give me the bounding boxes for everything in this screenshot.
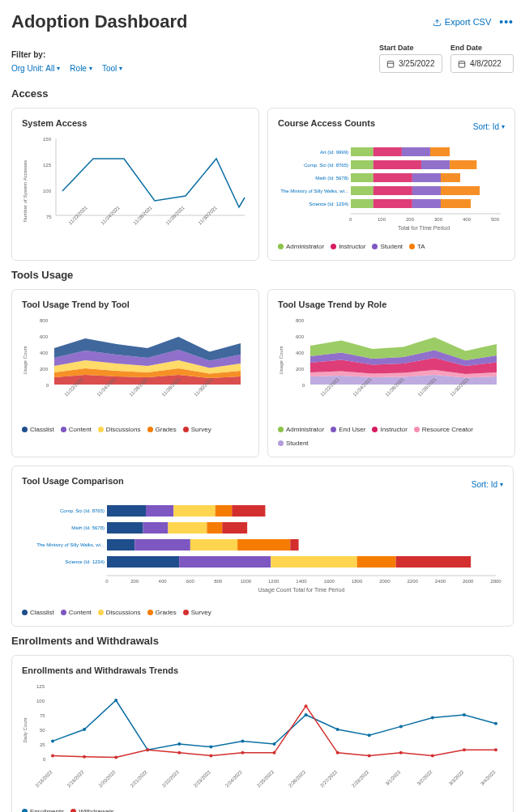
svg-rect-76 [232,505,265,517]
svg-text:300: 300 [434,217,443,222]
svg-rect-87 [237,539,290,551]
card-system-access: System Access Number of System Accesses … [11,108,259,261]
svg-rect-17 [351,147,373,156]
svg-text:Comp. Sci (Id: 8765): Comp. Sci (Id: 8765) [304,163,348,168]
svg-text:3/2/2022: 3/2/2022 [416,769,433,786]
svg-point-138 [177,751,181,755]
svg-text:0: 0 [105,579,109,584]
svg-rect-25 [450,160,476,169]
svg-rect-78 [107,522,143,534]
svg-text:200: 200 [130,579,139,584]
page-title: Adoption Dashboard [11,11,188,32]
svg-point-148 [494,748,497,751]
filter-org-unit[interactable]: Org Unit: All▾ [11,64,60,73]
start-date-input[interactable]: 3/25/2022 [379,54,442,73]
export-icon [433,18,442,27]
svg-text:0: 0 [302,383,305,388]
sort-link[interactable]: Sort: Id▾ [473,122,505,131]
svg-rect-18 [373,147,402,156]
svg-text:2/21/2022: 2/21/2022 [130,769,149,789]
svg-rect-86 [190,539,237,551]
svg-text:800: 800 [40,318,49,323]
svg-text:2/18/2022: 2/18/2022 [35,769,54,789]
svg-text:Math (Id: 5678): Math (Id: 5678) [71,525,105,530]
svg-point-129 [368,733,371,737]
card-tool-by-tool: Tool Usage Trend by Tool Usage Count 800… [11,289,259,457]
svg-point-119 [51,739,54,742]
svg-text:2/28/2022: 2/28/2022 [351,769,370,789]
svg-rect-0 [387,61,394,67]
course-access-chart: Art (Id: 9999)Comp. Sci (Id: 8765)Math (… [278,141,505,238]
svg-text:2/20/2022: 2/20/2022 [98,769,117,789]
section-tools: Tools Usage [11,269,514,281]
legend-enroll: Enrollments Withdrawals [22,808,503,812]
svg-rect-90 [107,556,179,568]
start-date-label: Start Date [379,44,442,52]
chevron-down-icon: ▾ [119,65,122,72]
svg-text:3/4/2022: 3/4/2022 [480,769,497,786]
system-access-chart: Number of System Accesses 150 125 100 75… [22,134,249,240]
svg-text:2/23/2022: 2/23/2022 [193,769,212,789]
svg-point-140 [241,751,244,755]
svg-rect-73 [146,505,173,517]
svg-text:200: 200 [296,367,305,372]
svg-text:50: 50 [40,728,45,733]
svg-rect-92 [271,556,356,568]
more-actions-icon[interactable]: ••• [499,15,514,28]
svg-text:Usage Count Total for Time Per: Usage Count Total for Time Period [258,587,345,593]
svg-text:3/1/2022: 3/1/2022 [385,769,402,786]
filter-tool[interactable]: Tool▾ [102,64,122,73]
svg-rect-75 [216,505,233,517]
svg-text:800: 800 [214,579,223,584]
svg-rect-23 [373,160,421,169]
svg-point-132 [463,713,466,716]
filter-label: Filter by: [11,50,122,59]
svg-text:Usage Count: Usage Count [23,346,28,374]
svg-text:3/3/2022: 3/3/2022 [448,769,465,786]
tool-by-tool-chart: Usage Count 8006004002000 11/22/2021 11/… [22,316,249,421]
export-csv-link[interactable]: Export CSV [433,17,491,27]
svg-text:400: 400 [296,351,305,355]
svg-point-144 [368,754,371,757]
svg-rect-88 [290,539,298,551]
svg-text:75: 75 [40,713,45,718]
svg-text:800: 800 [296,318,305,323]
svg-text:500: 500 [491,217,500,222]
svg-text:Science (Id: 1234): Science (Id: 1234) [65,559,105,564]
svg-text:200: 200 [406,217,415,222]
svg-text:2600: 2600 [463,579,474,584]
svg-text:75: 75 [46,215,52,219]
svg-rect-24 [421,160,450,169]
svg-rect-81 [207,522,222,534]
svg-rect-79 [143,522,169,534]
svg-rect-39 [412,199,441,208]
svg-rect-84 [107,539,134,551]
svg-point-135 [83,755,86,759]
filter-role[interactable]: Role▾ [70,64,92,73]
svg-point-120 [83,728,86,731]
sort-link[interactable]: Sort: Id▾ [472,480,503,489]
end-date-input[interactable]: 4/8/2022 [450,54,514,73]
svg-rect-37 [351,199,373,208]
chevron-down-icon: ▾ [502,123,505,130]
svg-text:600: 600 [186,579,195,584]
svg-point-137 [146,748,149,751]
chevron-down-icon: ▾ [57,65,60,72]
svg-rect-33 [373,186,412,195]
legend-roles: Administrator Instructor Student TA [278,243,505,250]
svg-rect-34 [412,186,441,195]
svg-text:200: 200 [40,367,49,372]
svg-text:1200: 1200 [268,579,280,584]
svg-rect-19 [402,147,430,156]
svg-text:Art (Id: 9999): Art (Id: 9999) [320,150,348,155]
svg-text:2/22/2022: 2/22/2022 [161,769,181,789]
tool-by-role-chart: Usage Count 8006004002000 11/22/2021 11/… [278,316,505,421]
svg-rect-82 [222,522,247,534]
svg-point-142 [305,704,308,708]
svg-text:2200: 2200 [407,579,418,584]
svg-rect-94 [396,556,472,568]
card-title: Course Access Counts [278,118,375,128]
svg-text:400: 400 [40,351,49,355]
svg-text:400: 400 [463,217,472,222]
svg-rect-91 [179,556,271,568]
